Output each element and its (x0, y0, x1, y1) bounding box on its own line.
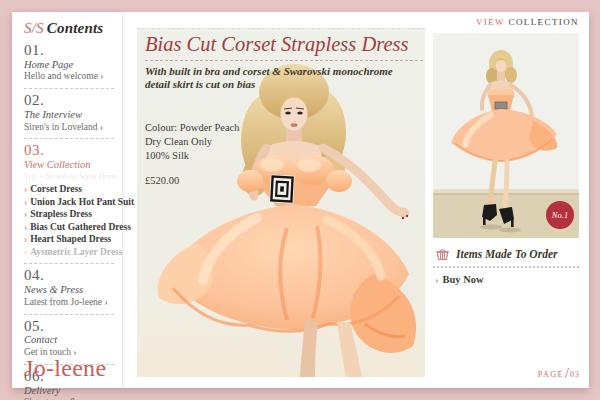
section-name[interactable]: Delivery (24, 385, 116, 398)
brand-logo[interactable]: Jo-leene (24, 355, 106, 382)
divider (24, 88, 114, 89)
basket-icon (435, 247, 450, 261)
view-label: VIEW (476, 17, 505, 27)
product-title: Bias Cut Corset Strapless Dress (145, 33, 423, 61)
section-link[interactable]: Hello and welcome › (24, 71, 116, 83)
sidebar-item-interview[interactable]: 02. The Interview Siren's in Loveland › (24, 93, 116, 133)
buy-now-button[interactable]: ›Buy Now (433, 274, 579, 285)
item-label: Corset Dress (30, 184, 82, 194)
collection-list: ›Corset Dress ›Union Jack Hot Pant Suit … (24, 183, 116, 258)
sidebar-contents: S/SContents 01. Home Page Hello and welc… (12, 12, 123, 388)
item-label: Union Jack Hot Pant Suit (30, 197, 134, 207)
section-number: 01. (24, 43, 116, 59)
product-details: Colour: Powder Peach Dry Clean Only 100%… (145, 121, 240, 164)
made-to-order-row: Items Made To Order (433, 247, 579, 261)
buy-now-label: Buy Now (443, 274, 484, 285)
section-number: 05. (24, 319, 116, 335)
product-fabric: 100% Silk (145, 149, 240, 163)
divider (433, 266, 579, 268)
sidebar-item-view-collection[interactable]: 03. View Collection Top + Strapless Styl… (24, 143, 116, 258)
item-label: Strapless Dress (30, 209, 92, 219)
collection-label: COLLECTION (509, 17, 580, 27)
section-number: 03. (24, 143, 116, 159)
page-number: 03 (570, 370, 580, 379)
chevron-right-icon: › (24, 247, 27, 257)
ghost-transition-text: Top + Strapless Style Dress (24, 172, 116, 181)
sidebar-item-contact[interactable]: 05. Contact Get in touch › (24, 319, 116, 359)
sidebar-item-union-jack-hot-pant-suit[interactable]: ›Union Jack Hot Pant Suit (24, 196, 116, 209)
page-indicator: PAGE / 03 (538, 366, 580, 383)
chevron-right-icon: › (24, 184, 27, 194)
view-collection-link[interactable]: VIEW COLLECTION (433, 17, 579, 27)
divider (24, 138, 114, 139)
sidebar-item-strapless-dress[interactable]: ›Strapless Dress (24, 208, 116, 221)
made-to-order-label: Items Made To Order (456, 248, 557, 260)
main-product-photo: Bias Cut Corset Strapless Dress With bui… (137, 28, 425, 377)
section-name[interactable]: Home Page (24, 59, 116, 72)
sidebar-item-bias-cut-gathered-dress[interactable]: ›Bias Cut Gathered Dress (24, 221, 116, 234)
chevron-right-icon: › (24, 209, 27, 219)
product-subtitle: With built in bra and corset & Swarovski… (145, 65, 401, 92)
divider (137, 28, 425, 29)
sidebar-item-heart-shaped-dress[interactable]: ›Heart Shaped Dress (24, 233, 116, 246)
number-badge: No.1 (546, 201, 574, 229)
chevron-right-icon: › (24, 234, 27, 244)
sidebar-item-corset-dress[interactable]: ›Corset Dress (24, 183, 116, 196)
section-number: 04. (24, 268, 116, 284)
item-label: Aysmetric Layer Dress (30, 247, 122, 257)
page-background: S/SContents 01. Home Page Hello and welc… (0, 0, 600, 400)
product-thumbnail[interactable]: No.1 (433, 33, 579, 238)
section-name[interactable]: News & Press (24, 284, 116, 297)
product-care: Dry Clean Only (145, 135, 240, 149)
contents-label: Contents (47, 20, 104, 36)
section-name[interactable]: Contact (24, 334, 116, 347)
page-label: PAGE (538, 370, 564, 379)
season-label: S/S (24, 20, 44, 36)
product-info-overlay: Bias Cut Corset Strapless Dress With bui… (137, 28, 425, 377)
sidebar-item-news-press[interactable]: 04. News & Press Latest from Jo-leene › (24, 268, 116, 308)
divider (24, 314, 114, 315)
content-card: S/SContents 01. Home Page Hello and welc… (12, 12, 589, 388)
divider (24, 263, 114, 264)
chevron-right-icon: › (435, 274, 439, 285)
section-name[interactable]: View Collection (24, 159, 116, 172)
section-link[interactable]: Latest from Jo-leene › (24, 297, 116, 309)
product-price: £520.00 (145, 175, 179, 186)
item-label: Bias Cut Gathered Dress (30, 222, 131, 232)
section-name[interactable]: The Interview (24, 109, 116, 122)
sidebar-item-home[interactable]: 01. Home Page Hello and welcome › (24, 43, 116, 83)
chevron-right-icon: › (24, 222, 27, 232)
right-column: VIEW COLLECTION (433, 17, 579, 285)
section-number: 02. (24, 93, 116, 109)
sidebar-item-aysmetric-layer-dress[interactable]: ›Aysmetric Layer Dress (24, 246, 116, 259)
chevron-right-icon: › (24, 197, 27, 207)
product-colour: Colour: Powder Peach (145, 121, 240, 135)
item-label: Heart Shaped Dress (30, 234, 111, 244)
sidebar-title: S/SContents (24, 20, 116, 37)
page-separator: / (565, 365, 569, 382)
section-link[interactable]: Siren's in Loveland › (24, 122, 116, 134)
